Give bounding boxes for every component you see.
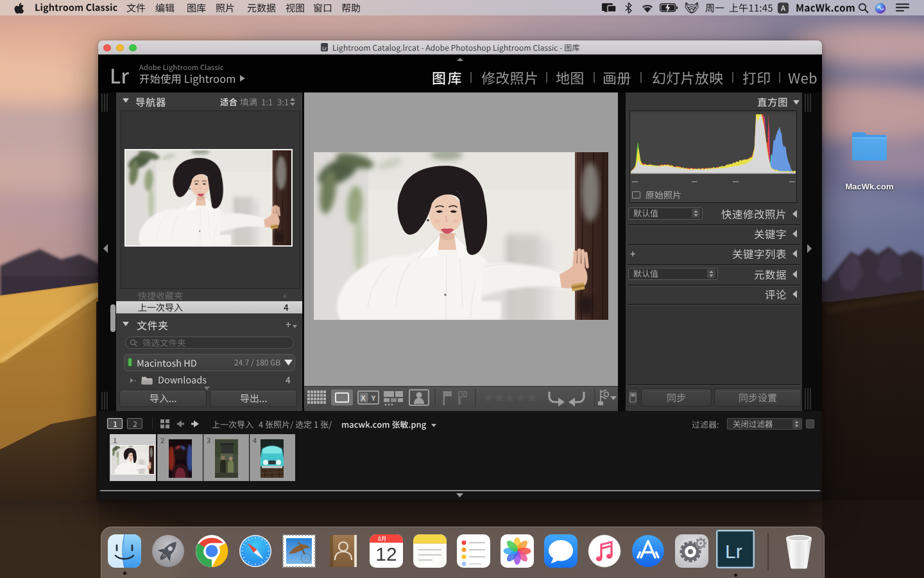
svg-text:12: 12 [375,543,397,565]
svg-text:Y: Y [371,394,376,402]
svg-text:Lr: Lr [725,541,742,562]
svg-text:X: X [361,394,366,402]
